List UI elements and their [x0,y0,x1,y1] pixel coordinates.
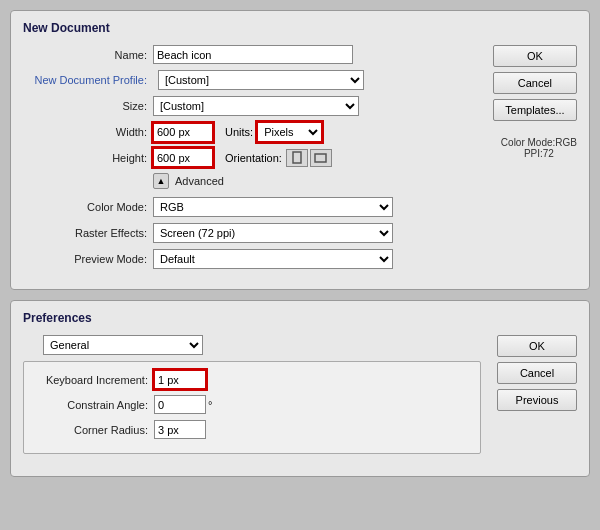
pref-previous-btn[interactable]: Previous [497,389,577,411]
constrain-label: Constrain Angle: [34,399,154,411]
pref-ok-btn[interactable]: OK [497,335,577,357]
new-doc-templates-btn[interactable]: Templates... [493,99,577,121]
new-document-title: New Document [23,21,577,35]
profile-select[interactable]: [Custom] [158,70,364,90]
raster-row: Raster Effects: Screen (72 ppi) Medium (… [23,223,477,243]
color-info-line1: Color Mode:RGB [501,137,577,148]
width-row: Width: Units: Pixels Inches Millimeters [23,122,477,142]
new-doc-cancel-btn[interactable]: Cancel [493,72,577,94]
units-label: Units: [225,126,253,138]
size-row: Size: [Custom] [23,96,477,116]
corner-row: Corner Radius: [34,420,470,439]
size-label: Size: [23,100,153,112]
color-mode-row: Color Mode: RGB CMYK Grayscale [23,197,477,217]
units-select[interactable]: Pixels Inches Millimeters [257,122,322,142]
preferences-body: General Keyboard Increment: Constrain An… [23,335,577,462]
width-input[interactable] [153,123,213,142]
new-doc-btn-panel: OK Cancel Templates... Color Mode:RGB PP… [493,45,577,159]
constrain-row: Constrain Angle: ° [34,395,470,414]
raster-label: Raster Effects: [23,227,153,239]
preview-row: Preview Mode: Default Pixel Overprint [23,249,477,269]
pref-section-box: Keyboard Increment: Constrain Angle: ° C… [23,361,481,454]
color-info: Color Mode:RGB PPI:72 [501,137,577,159]
orientation-landscape-btn[interactable] [310,149,332,167]
height-row: Height: Orientation: [23,148,477,167]
preferences-title: Preferences [23,311,577,325]
color-mode-select[interactable]: RGB CMYK Grayscale [153,197,393,217]
preferences-panel: Preferences General Keyboard Increment: [10,300,590,477]
preferences-fields: General Keyboard Increment: Constrain An… [23,335,481,462]
advanced-toggle-btn[interactable]: ▲ [153,173,169,189]
svg-rect-0 [293,152,301,163]
color-mode-label: Color Mode: [23,201,153,213]
pref-btn-panel: OK Cancel Previous [497,335,577,411]
color-info-line2: PPI:72 [501,148,577,159]
pref-cancel-btn[interactable]: Cancel [497,362,577,384]
new-doc-ok-btn[interactable]: OK [493,45,577,67]
height-input[interactable] [153,148,213,167]
size-select[interactable]: [Custom] [153,96,359,116]
svg-rect-1 [315,154,326,162]
orientation-portrait-btn[interactable] [286,149,308,167]
general-select[interactable]: General [43,335,203,355]
advanced-label: Advanced [175,175,224,187]
orientation-label: Orientation: [225,152,282,164]
name-row: Name: [23,45,477,64]
raster-select[interactable]: Screen (72 ppi) Medium (150 ppi) High (3… [153,223,393,243]
preview-select[interactable]: Default Pixel Overprint [153,249,393,269]
keyboard-input[interactable] [154,370,206,389]
new-document-panel: New Document Name: New Document Profile:… [10,10,590,290]
keyboard-label: Keyboard Increment: [34,374,154,386]
height-label: Height: [23,152,153,164]
general-row: General [23,335,481,355]
advanced-toggle-row: ▲ Advanced [23,173,477,189]
keyboard-row: Keyboard Increment: [34,370,470,389]
preview-label: Preview Mode: [23,253,153,265]
width-label: Width: [23,126,153,138]
profile-row: New Document Profile: [Custom] [23,70,477,90]
new-document-fields: Name: New Document Profile: [Custom] Siz… [23,45,477,275]
corner-label: Corner Radius: [34,424,154,436]
name-label: Name: [23,49,153,61]
profile-label: New Document Profile: [23,74,153,86]
corner-input[interactable] [154,420,206,439]
degree-symbol: ° [208,399,212,411]
name-input[interactable] [153,45,353,64]
new-document-body: Name: New Document Profile: [Custom] Siz… [23,45,577,275]
constrain-input[interactable] [154,395,206,414]
